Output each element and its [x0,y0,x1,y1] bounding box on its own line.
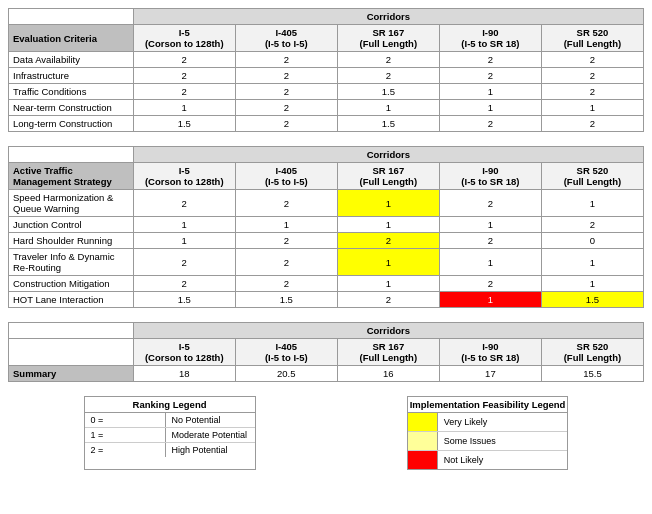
col-i5-header-2: I-5 (Corson to 128th) [133,163,235,190]
eval-cell-4-1: 2 [235,116,337,132]
col-sr167-header-1: SR 167 (Full Length) [337,25,439,52]
summary-cell-0-0: 18 [133,366,235,382]
atms-cell-3-1: 2 [235,249,337,276]
atms-cell-4-0: 2 [133,276,235,292]
summary-table: Corridors I-5 (Corson to 128th) I-405 (I… [8,322,644,382]
atms-cell-2-1: 2 [235,233,337,249]
ranking-value-1: Moderate Potential [165,428,255,442]
ranking-legend-title: Ranking Legend [85,397,255,413]
feasibility-label-2: Not Likely [438,453,518,467]
eval-cell-0-0: 2 [133,52,235,68]
summary-cell-0-3: 17 [439,366,541,382]
atms-cell-3-2: 1 [337,249,439,276]
summary-cell-0-2: 16 [337,366,439,382]
eval-row-label-0: Data Availability [9,52,134,68]
feasibility-color-1 [408,432,438,450]
feasibility-color-0 [408,413,438,431]
eval-cell-4-2: 1.5 [337,116,439,132]
ranking-row-0: 0 =No Potential [85,413,255,428]
feasibility-legend-rows: Very LikelySome IssuesNot Likely [408,413,568,469]
atms-cell-5-0: 1.5 [133,292,235,308]
atms-cell-3-3: 1 [439,249,541,276]
eval-row-label-4: Long-term Construction [9,116,134,132]
atms-cell-3-4: 1 [541,249,643,276]
feasibility-color-2 [408,451,438,469]
atms-cell-0-4: 1 [541,190,643,217]
atms-cell-1-4: 2 [541,217,643,233]
atms-cell-4-3: 2 [439,276,541,292]
feasibility-label-1: Some Issues [438,434,518,448]
eval-cell-2-1: 2 [235,84,337,100]
corridors-header-1: Corridors [133,9,643,25]
col-i5-header-3: I-5 (Corson to 128th) [133,339,235,366]
eval-cell-0-3: 2 [439,52,541,68]
eval-cell-1-4: 2 [541,68,643,84]
col-i90-header-2: I-90 (I-5 to SR 18) [439,163,541,190]
eval-cell-2-0: 2 [133,84,235,100]
col-sr167-header-2: SR 167 (Full Length) [337,163,439,190]
ranking-value-2: High Potential [165,443,255,457]
eval-cell-2-4: 2 [541,84,643,100]
eval-cell-3-3: 1 [439,100,541,116]
atms-row-label-2: Hard Shoulder Running [9,233,134,249]
summary-row-label-0: Summary [9,366,134,382]
legend-section: Ranking Legend 0 =No Potential1 =Moderat… [8,396,644,470]
eval-cell-2-2: 1.5 [337,84,439,100]
atms-cell-0-2: 1 [337,190,439,217]
ranking-key-0: 0 = [85,413,165,427]
col-sr520-header-1: SR 520 (Full Length) [541,25,643,52]
atms-cell-2-0: 1 [133,233,235,249]
atms-row-label-4: Construction Mitigation [9,276,134,292]
atms-row-label-0: Speed Harmonization & Queue Warning [9,190,134,217]
atms-cell-0-3: 2 [439,190,541,217]
eval-cell-4-3: 2 [439,116,541,132]
corridors-header-2: Corridors [133,147,643,163]
atms-header: Active TrafficManagement Strategy [9,163,134,190]
eval-row-label-3: Near-term Construction [9,100,134,116]
feasibility-label-0: Very Likely [438,415,518,429]
col-sr520-header-2: SR 520 (Full Length) [541,163,643,190]
eval-criteria-header: Evaluation Criteria [9,25,134,52]
eval-cell-3-0: 1 [133,100,235,116]
atms-cell-0-1: 2 [235,190,337,217]
atms-cell-1-2: 1 [337,217,439,233]
atms-cell-2-2: 2 [337,233,439,249]
ranking-legend: Ranking Legend 0 =No Potential1 =Moderat… [84,396,256,470]
atms-cell-3-0: 2 [133,249,235,276]
eval-cell-2-3: 1 [439,84,541,100]
evaluation-criteria-table: Corridors Evaluation Criteria I-5 (Corso… [8,8,644,132]
atms-row-label-1: Junction Control [9,217,134,233]
atms-cell-4-1: 2 [235,276,337,292]
feasibility-row-2: Not Likely [408,451,568,469]
atms-cell-1-0: 1 [133,217,235,233]
atms-cell-2-3: 2 [439,233,541,249]
col-i405-header-2: I-405 (I-5 to I-5) [235,163,337,190]
eval-cell-4-0: 1.5 [133,116,235,132]
atms-row-label-5: HOT Lane Interaction [9,292,134,308]
summary-section: Corridors I-5 (Corson to 128th) I-405 (I… [8,322,644,382]
atms-row-label-3: Traveler Info & Dynamic Re-Routing [9,249,134,276]
summary-cell-0-4: 15.5 [541,366,643,382]
col-sr167-header-3: SR 167 (Full Length) [337,339,439,366]
atms-table: Corridors Active TrafficManagement Strat… [8,146,644,308]
eval-cell-3-4: 1 [541,100,643,116]
eval-cell-0-2: 2 [337,52,439,68]
ranking-row-2: 2 =High Potential [85,443,255,457]
feasibility-row-0: Very Likely [408,413,568,432]
atms-cell-4-2: 1 [337,276,439,292]
feasibility-legend-title: Implementation Feasibility Legend [408,397,568,413]
corridors-header-3: Corridors [133,323,643,339]
col-i405-header-1: I-405 (I-5 to I-5) [235,25,337,52]
col-i5-header-1: I-5 (Corson to 128th) [133,25,235,52]
ranking-value-0: No Potential [165,413,255,427]
ranking-row-1: 1 =Moderate Potential [85,428,255,443]
col-sr520-header-3: SR 520 (Full Length) [541,339,643,366]
atms-cell-2-4: 0 [541,233,643,249]
eval-cell-0-1: 2 [235,52,337,68]
col-i90-header-1: I-90 (I-5 to SR 18) [439,25,541,52]
evaluation-criteria-section: Corridors Evaluation Criteria I-5 (Corso… [8,8,644,132]
eval-cell-3-1: 2 [235,100,337,116]
eval-cell-4-4: 2 [541,116,643,132]
atms-cell-5-2: 2 [337,292,439,308]
eval-row-label-2: Traffic Conditions [9,84,134,100]
